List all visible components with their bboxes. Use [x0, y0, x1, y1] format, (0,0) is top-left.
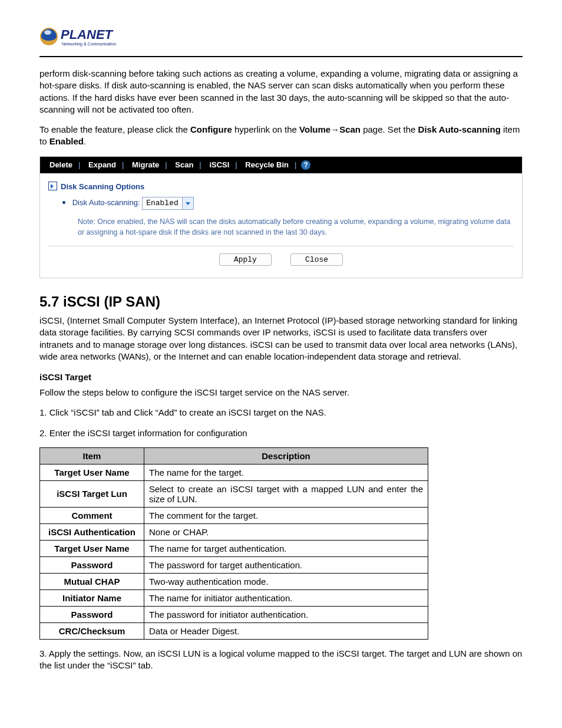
- close-button[interactable]: Close: [290, 253, 343, 266]
- logo-text: PLANET: [61, 27, 114, 42]
- panel-rule: [48, 246, 514, 246]
- volume-scan-label: Volume→Scan: [299, 124, 361, 134]
- step-1: 1. Click “iSCSI” tab and Click “Add” to …: [39, 407, 523, 419]
- screenshot-panel: Delete| Expand| Migrate| Scan| iSCSI| Re…: [39, 156, 523, 279]
- col-item: Item: [40, 447, 144, 464]
- tab-delete[interactable]: Delete: [46, 160, 76, 169]
- cell-desc: Two-way authentication mode.: [144, 573, 428, 589]
- cell-desc: The name for the target.: [144, 464, 428, 480]
- cell-desc: The comment for the target.: [144, 507, 428, 523]
- cell-item: CRC/Checksum: [40, 622, 144, 639]
- enabled-label: Enabled: [49, 136, 84, 146]
- svg-point-1: [44, 30, 51, 35]
- section-heading: 5.7 iSCSI (IP SAN): [39, 294, 523, 310]
- table-row: CRC/ChecksumData or Header Digest.: [40, 622, 428, 639]
- table-row: PasswordThe password for initiator authe…: [40, 606, 428, 622]
- cell-desc: The password for target authentication.: [144, 556, 428, 573]
- cell-item: iSCSI Authentication: [40, 523, 144, 540]
- cell-desc: The name for target authentication.: [144, 540, 428, 556]
- text: To enable the feature, please click the: [39, 124, 190, 134]
- expand-icon[interactable]: [48, 182, 57, 190]
- cell-item: Password: [40, 556, 144, 573]
- table-row: CommentThe comment for the target.: [40, 507, 428, 523]
- apply-button[interactable]: Apply: [219, 253, 272, 266]
- cell-desc: The name for initiator authentication.: [144, 589, 428, 606]
- cell-desc: Data or Header Digest.: [144, 622, 428, 639]
- cell-desc: The password for initiator authenticatio…: [144, 606, 428, 622]
- step-2: 2. Enter the iSCSI target information fo…: [39, 427, 523, 439]
- cell-item: Comment: [40, 507, 144, 523]
- tab-expand[interactable]: Expand: [85, 160, 120, 169]
- tab-recycle-bin[interactable]: Recycle Bin: [242, 160, 292, 169]
- table-row: iSCSI AuthenticationNone or CHAP.: [40, 523, 428, 540]
- table-row: Target User NameThe name for the target.: [40, 464, 428, 480]
- tab-separator: |: [292, 160, 299, 169]
- tab-separator: |: [76, 160, 82, 169]
- table-row: iSCSI Target LunSelect to create an iSCS…: [40, 480, 428, 507]
- section-desc: iSCSI, (Internet Small Computer System I…: [39, 315, 523, 363]
- brand-logo: PLANET Networking & Communication: [39, 24, 128, 51]
- table-row: Initiator NameThe name for initiator aut…: [40, 589, 428, 606]
- options-heading: Disk Scanning Options: [48, 182, 514, 191]
- col-description: Description: [144, 447, 428, 464]
- chevron-down-icon[interactable]: [182, 197, 193, 209]
- iscsi-target-heading: iSCSI Target: [39, 372, 523, 382]
- cell-item: Target User Name: [40, 540, 144, 556]
- select-value: Enabled: [146, 199, 178, 207]
- auto-scanning-note: Note: Once enabled, the NAS will scan th…: [78, 217, 514, 238]
- tab-scan[interactable]: Scan: [171, 160, 197, 169]
- cell-item: Password: [40, 606, 144, 622]
- tab-separator: |: [120, 160, 126, 169]
- configure-label: Configure: [190, 124, 232, 134]
- follow-text: Follow the steps below to configure the …: [39, 387, 523, 398]
- tab-bar: Delete| Expand| Migrate| Scan| iSCSI| Re…: [40, 157, 522, 174]
- page-header: PLANET Networking & Communication: [39, 24, 523, 51]
- help-icon[interactable]: ?: [301, 160, 310, 170]
- cell-item: Mutual CHAP: [40, 573, 144, 589]
- tab-migrate[interactable]: Migrate: [128, 160, 163, 169]
- text: .: [84, 136, 86, 146]
- disk-auto-scanning-label: Disk Auto-scanning: [418, 124, 501, 134]
- tab-separator: |: [233, 160, 239, 169]
- table-row: Mutual CHAPTwo-way authentication mode.: [40, 573, 428, 589]
- iscsi-config-table: Item Description Target User NameThe nam…: [39, 447, 428, 640]
- intro-para-1: perform disk-scanning before taking such…: [39, 68, 523, 116]
- logo-tagline: Networking & Communication: [62, 42, 116, 47]
- cell-item: Initiator Name: [40, 589, 144, 606]
- step-3: 3. Apply the settings. Now, an iSCSI LUN…: [39, 648, 523, 672]
- cell-desc: None or CHAP.: [144, 523, 428, 540]
- bullet-icon: [62, 201, 65, 204]
- table-row: Target User NameThe name for target auth…: [40, 540, 428, 556]
- cell-item: Target User Name: [40, 464, 144, 480]
- tab-iscsi[interactable]: iSCSI: [206, 160, 233, 169]
- auto-scanning-row: Disk Auto-scanning: Enabled: [71, 197, 514, 210]
- auto-scanning-label: Disk Auto-scanning:: [72, 199, 140, 207]
- table-row: PasswordThe password for target authenti…: [40, 556, 428, 573]
- header-rule: [39, 56, 523, 57]
- auto-scanning-select[interactable]: Enabled: [142, 197, 194, 210]
- text: page. Set the: [361, 124, 418, 134]
- tab-separator: |: [197, 160, 203, 169]
- cell-desc: Select to create an iSCSI target with a …: [144, 480, 428, 507]
- tab-separator: |: [163, 160, 169, 169]
- cell-item: iSCSI Target Lun: [40, 480, 144, 507]
- intro-para-2: To enable the feature, please click the …: [39, 124, 523, 148]
- options-heading-text: Disk Scanning Options: [61, 182, 144, 191]
- text: hyperlink on the: [232, 124, 299, 134]
